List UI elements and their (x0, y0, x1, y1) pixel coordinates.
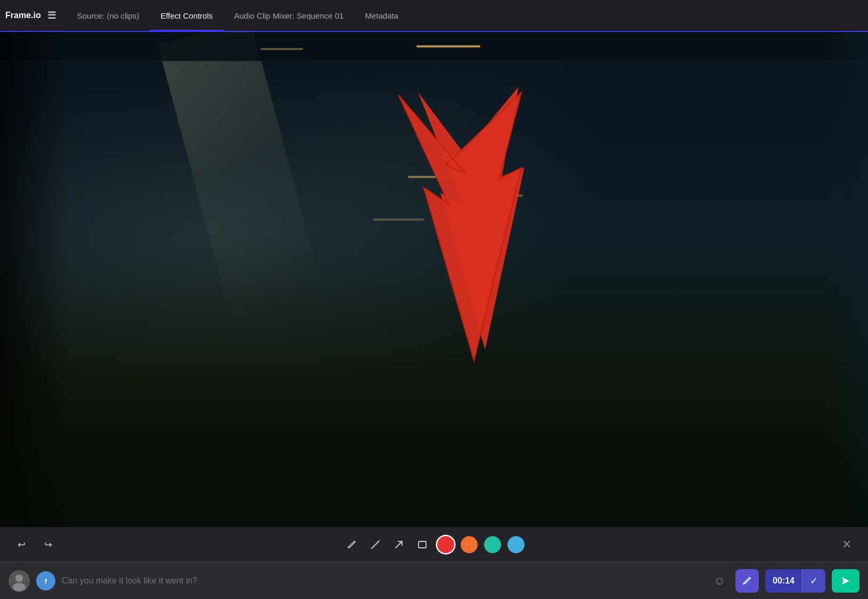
floor-shadow (0, 354, 868, 527)
tab-audio-clip-mixer[interactable]: Audio Clip Mixer: Sequence 01 (224, 0, 355, 31)
color-red-button[interactable] (437, 536, 454, 553)
svg-text:f: f (45, 577, 47, 585)
video-container (0, 32, 868, 527)
send-icon (840, 575, 851, 587)
rect-tool-button[interactable] (412, 534, 433, 555)
tab-metadata[interactable]: Metadata (354, 0, 409, 31)
arrow-tool-button[interactable] (388, 534, 410, 555)
color-blue-button[interactable] (507, 536, 525, 553)
arrow-icon (393, 539, 405, 551)
draw-icon (741, 575, 753, 587)
comment-input[interactable] (62, 576, 703, 586)
mid-light-3 (373, 218, 424, 221)
user-avatar (9, 570, 30, 592)
draw-comment-button[interactable] (735, 569, 759, 593)
pencil-icon (346, 539, 358, 551)
line-tool-button[interactable] (365, 534, 386, 555)
svg-line-1 (372, 541, 379, 548)
color-orange-button[interactable] (461, 536, 478, 553)
svg-line-2 (396, 541, 402, 548)
tab-source[interactable]: Source: (no clips) (67, 0, 150, 31)
avatar-icon (9, 570, 30, 592)
pencil-tool-button[interactable] (341, 534, 363, 555)
tab-bar: Frame.io ☰ Source: (no clips) Effect Con… (0, 0, 868, 32)
ceiling-light-2 (260, 48, 303, 50)
timecode-check-button[interactable]: ✓ (802, 569, 825, 593)
color-teal-button[interactable] (484, 536, 501, 553)
svg-point-6 (13, 583, 26, 592)
toolbar-right: ✕ (836, 534, 857, 555)
svg-rect-3 (419, 541, 426, 548)
comment-bar: f ☺ 00:14 ✓ (0, 562, 868, 599)
ceiling-light-1 (416, 45, 480, 47)
tab-effect-controls[interactable]: Effect Controls (150, 0, 223, 31)
undo-button[interactable]: ↩ (11, 534, 32, 555)
frameio-icon: f (40, 575, 52, 587)
svg-marker-9 (842, 577, 849, 585)
frameio-help-button[interactable]: f (36, 571, 55, 590)
line-icon (370, 539, 381, 551)
toolbar-tools (341, 534, 527, 555)
svg-point-5 (15, 574, 23, 582)
toolbar-undo-redo: ↩ ↪ (11, 534, 59, 555)
emoji-button[interactable]: ☺ (710, 571, 729, 590)
app-logo[interactable]: Frame.io ☰ (5, 10, 56, 21)
rect-icon (416, 539, 428, 551)
drawing-toolbar: ↩ ↪ (0, 527, 868, 562)
redo-button[interactable]: ↪ (37, 534, 59, 555)
close-drawing-button[interactable]: ✕ (836, 534, 857, 555)
mid-light-2 (478, 195, 523, 197)
menu-icon[interactable]: ☰ (47, 10, 56, 21)
logo-text: Frame.io (5, 11, 41, 20)
send-button[interactable] (832, 569, 859, 593)
mid-light-1 (408, 176, 466, 178)
timecode-button[interactable]: 00:14 ✓ (765, 569, 825, 593)
timecode-label: 00:14 (765, 569, 802, 593)
video-frame (0, 32, 868, 527)
